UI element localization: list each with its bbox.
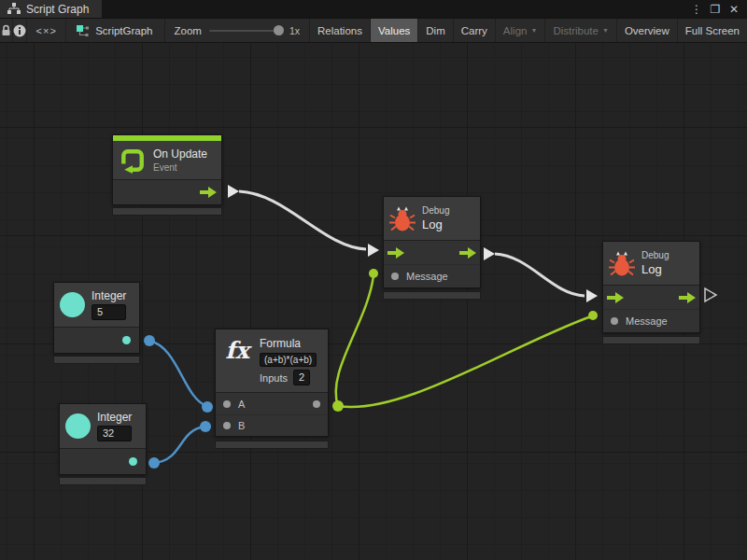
int5-output-connection-dot[interactable] [144,335,155,346]
wire-formula-to-log1-message[interactable] [336,275,374,406]
breadcrumb[interactable]: ScriptGraph [66,19,164,42]
node-header[interactable]: Debug Log [384,197,480,241]
zoom-label: Zoom [175,25,202,36]
node-integer-32[interactable]: Integer 32 [59,403,147,475]
formula-expression-field[interactable]: (a+b)*(a+b) [260,353,317,367]
wire-onupdate-to-log1[interactable] [239,191,366,249]
formula-b-connection-dot[interactable] [200,421,211,432]
node-on-update[interactable]: On Update Event [112,134,222,205]
distribute-label: Distribute [553,25,599,36]
tab-script-graph[interactable]: Script Graph [0,0,102,18]
values-button[interactable]: Values [370,19,417,42]
edit-source-button[interactable]: <×> [27,19,66,42]
input-port-dot[interactable] [391,273,399,280]
align-dropdown[interactable]: Align ▼ [495,19,545,42]
log1-message-connection-dot[interactable] [369,269,378,278]
port-label: A [238,399,245,410]
flow-out-arrow-icon[interactable] [459,247,476,259]
close-icon[interactable]: ✕ [726,3,741,16]
flow-out-arrow-icon[interactable] [679,292,696,303]
port-label: B [238,420,245,431]
node-debug-log-2[interactable]: Debug Log Message [602,241,700,333]
window-controls: ⋮ ❐ ✕ [689,0,747,18]
flow-out-arrow-onupdate[interactable] [228,185,239,198]
unity-script-graph-window: Script Graph ⋮ ❐ ✕ <×> [0,0,747,560]
port-label: Message [406,271,448,282]
log2-message-connection-dot[interactable] [588,311,598,320]
message-input-row[interactable]: Message [384,264,480,287]
flow-output-row[interactable] [113,180,221,204]
graph-canvas[interactable]: On Update Event [0,43,747,560]
maximize-icon[interactable]: ❐ [708,3,723,16]
flow-in-arrow-icon[interactable] [388,247,404,259]
fx-icon: fx [221,337,253,364]
node-category: Debug [641,250,669,260]
info-button[interactable] [13,19,27,42]
flow-out-arrow-log2-unconnected[interactable] [705,288,716,301]
node-header[interactable]: Debug Log [603,242,699,286]
flow-in-arrow-icon[interactable] [607,292,624,303]
node-footer [602,336,700,344]
node-title: Integer [97,411,132,424]
node-integer-5[interactable]: Integer 5 [53,282,140,354]
input-a-row[interactable]: A [216,393,328,414]
node-footer [383,291,481,300]
info-icon [13,24,26,37]
integer-value-field[interactable]: 32 [97,426,132,441]
node-header[interactable]: On Update Event [113,141,221,180]
output-port-dot[interactable] [313,400,320,408]
formula-output-connection-dot[interactable] [332,400,344,412]
port-label: Message [626,315,668,327]
wire-formula-to-log2-message[interactable] [338,316,591,407]
inputs-label: Inputs [260,372,288,384]
carry-button[interactable]: Carry [453,19,495,42]
distribute-dropdown[interactable]: Distribute ▼ [544,19,616,42]
message-input-row[interactable]: Message [603,309,699,332]
input-port-dot[interactable] [223,422,231,429]
integer-type-icon [65,413,91,439]
input-port-dot[interactable] [611,317,618,325]
zoom-slider-handle[interactable] [274,25,284,35]
graph-toolbar: <×> ScriptGraph Zoom 1x Relations Values… [0,19,747,43]
flow-row[interactable] [384,241,480,264]
output-port-dot[interactable] [122,336,131,344]
fullscreen-button[interactable]: Full Screen [677,19,747,42]
menu-icon[interactable]: ⋮ [689,3,704,16]
wire-int32-to-formula-b[interactable] [154,427,204,463]
node-header[interactable]: Integer 5 [54,283,139,328]
chevron-down-icon: ▼ [602,27,609,34]
flow-in-arrow-log1[interactable] [368,244,379,257]
flow-in-arrow-log2[interactable] [586,289,598,302]
node-header[interactable]: fx Formula (a+b)*(a+b) Inputs 2 [216,329,328,393]
node-formula[interactable]: fx Formula (a+b)*(a+b) Inputs 2 A B [215,329,329,437]
bug-icon [389,206,416,231]
lock-button[interactable] [0,19,13,42]
relations-button[interactable]: Relations [309,19,370,42]
flow-row[interactable] [603,286,699,309]
zoom-slider[interactable] [209,30,282,32]
wire-int5-to-formula-a[interactable] [149,341,206,406]
output-row[interactable] [60,449,146,474]
tab-bar: Script Graph ⋮ ❐ ✕ [0,0,747,19]
node-debug-log-1[interactable]: Debug Log Message [383,196,481,288]
code-icon: <×> [36,25,57,36]
output-row[interactable] [54,328,139,353]
flow-arrow-icon[interactable] [200,187,217,198]
integer-value-field[interactable]: 5 [92,304,126,320]
tab-title: Script Graph [26,3,89,16]
node-title: Log [641,262,669,276]
wire-log1-to-log2[interactable] [495,254,585,296]
int32-output-connection-dot[interactable] [148,457,160,469]
chevron-down-icon: ▼ [530,27,537,34]
formula-a-connection-dot[interactable] [202,401,213,413]
flow-out-arrow-log1[interactable] [484,247,495,260]
input-port-dot[interactable] [223,400,231,408]
output-port-dot[interactable] [129,457,137,466]
integer-type-icon [60,292,85,317]
node-header[interactable]: Integer 32 [60,404,146,449]
dim-button[interactable]: Dim [417,19,452,42]
overview-button[interactable]: Overview [616,19,677,42]
inputs-count-field[interactable]: 2 [293,370,310,385]
node-title: Integer [92,289,126,302]
input-b-row[interactable]: B [216,414,328,436]
